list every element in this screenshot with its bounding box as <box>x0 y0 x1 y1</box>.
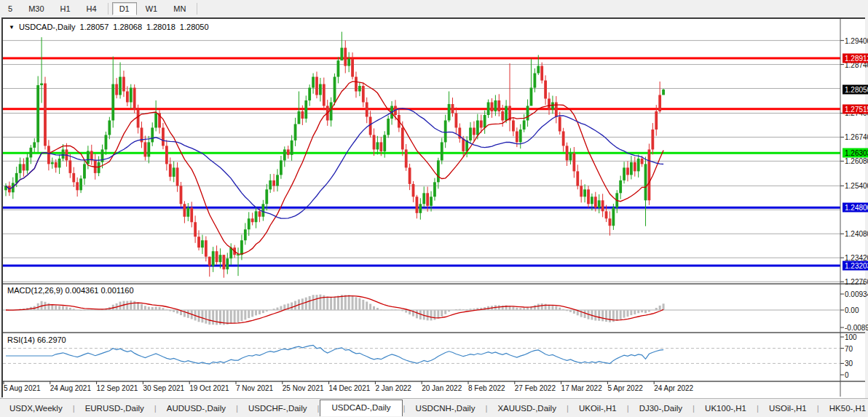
time-axis[interactable] <box>3 382 839 397</box>
timeframe-button-w1[interactable]: W1 <box>138 2 165 15</box>
tab-usdx-weekly[interactable]: USDX,Weekly <box>0 401 72 416</box>
symbol-tab-bar: USDX,Weekly|EURUSD-,Daily|AUDUSD-,Daily|… <box>0 398 868 417</box>
timeframe-button-5[interactable]: 5 <box>1 2 20 15</box>
timeframe-toolbar: 5M30H1H4D1W1MN <box>0 0 868 17</box>
toolbar-separator <box>197 3 197 15</box>
tab-uk100-h1[interactable]: UK100-,H1 <box>695 401 756 416</box>
timeframe-button-d1[interactable]: D1 <box>112 2 137 15</box>
tab-xauusd-daily[interactable]: XAUUSD-,Daily <box>488 401 566 416</box>
toolbar-separator <box>108 3 108 15</box>
tab-usdcad-daily[interactable]: USDCAD-,Daily <box>320 400 402 416</box>
tab-hk50-h1[interactable]: HK50-,H1 <box>820 401 868 416</box>
tab-ukoil-h1[interactable]: UKOil-,H1 <box>569 401 626 416</box>
timeframe-button-h4[interactable]: H4 <box>79 2 104 15</box>
rsi-panel[interactable] <box>3 334 839 381</box>
tab-usdcnh-daily[interactable]: USDCNH-,Daily <box>406 401 485 416</box>
mt4-window: 5M30H1H4D1W1MN ▼USDCAD-,Daily1.280571.28… <box>0 0 868 417</box>
tab-usdchf-daily[interactable]: USDCHF-,Daily <box>239 401 317 416</box>
timeframe-button-h1[interactable]: H1 <box>53 2 78 15</box>
tab-audusd-daily[interactable]: AUDUSD-,Daily <box>157 401 235 416</box>
macd-panel[interactable] <box>3 285 839 332</box>
timeframe-button-m30[interactable]: M30 <box>21 2 51 15</box>
main-chart-area[interactable] <box>3 20 839 282</box>
tab-usoil-h1[interactable]: USOil-,H1 <box>760 401 816 416</box>
timeframe-button-mn[interactable]: MN <box>166 2 193 15</box>
price-axis[interactable] <box>841 20 866 381</box>
tab-dj30-daily[interactable]: DJ30-,Daily <box>630 401 692 416</box>
tab-eurusd-daily[interactable]: EURUSD-,Daily <box>76 401 154 416</box>
